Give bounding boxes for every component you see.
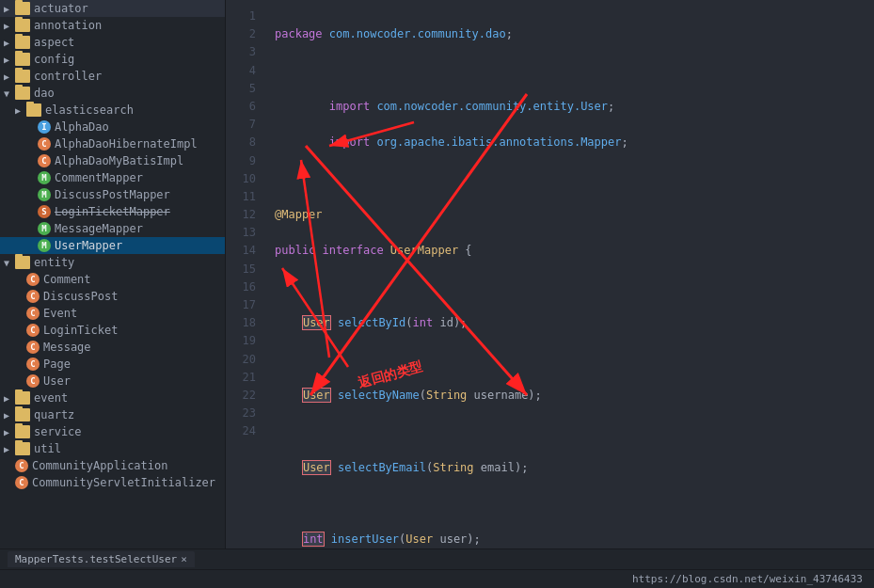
folder-icon xyxy=(15,391,30,405)
folder-icon xyxy=(15,425,30,438)
sidebar-label: CommunityApplication xyxy=(32,459,168,472)
folder-icon xyxy=(15,442,30,455)
sidebar-label: LoginTicketMapper xyxy=(55,205,170,218)
code-line-1: package com.nowcoder.community.dao; xyxy=(275,25,866,43)
tab-close-button[interactable]: × xyxy=(181,553,187,565)
sidebar-item-event-folder[interactable]: ▶ event xyxy=(0,389,225,406)
code-line-11: User selectByName(String username); xyxy=(275,387,866,405)
folder-icon xyxy=(15,2,30,15)
sidebar-item-page[interactable]: C Page xyxy=(0,356,225,373)
sidebar-label: config xyxy=(34,53,74,66)
sidebar-item-discusspost[interactable]: C DiscussPost xyxy=(0,288,225,305)
sidebar-label: dao xyxy=(34,87,55,100)
sidebar-item-communityservlet[interactable]: C CommunityServletInitializer xyxy=(0,474,225,491)
sidebar-label: actuator xyxy=(34,2,88,15)
mapper-icon: M xyxy=(38,171,51,184)
code-line-7: public interface UserMapper { xyxy=(275,242,866,260)
class-icon: C xyxy=(26,273,40,286)
folder-icon xyxy=(15,19,30,32)
code-line-8 xyxy=(275,278,866,296)
tab-label: MapperTests.testSelectUser xyxy=(15,553,177,565)
sidebar-label: Page xyxy=(43,358,71,371)
sidebar-item-entity[interactable]: ▼ entity xyxy=(0,254,225,271)
sidebar-item-annotation[interactable]: ▶ annotation xyxy=(0,17,225,34)
sidebar-item-usermapper[interactable]: M UserMapper xyxy=(0,237,225,254)
sidebar-item-event[interactable]: C Event xyxy=(0,305,225,322)
class-icon: C xyxy=(15,476,28,489)
folder-arrow: ▶ xyxy=(4,4,15,14)
code-line-14 xyxy=(275,495,866,513)
sidebar-item-user[interactable]: C User xyxy=(0,373,225,389)
class-icon: C xyxy=(26,307,40,320)
sidebar-label: LoginTicket xyxy=(43,324,118,337)
code-line-10 xyxy=(275,351,866,369)
sidebar-item-quartz[interactable]: ▶ quartz xyxy=(0,406,225,423)
folder-icon xyxy=(15,53,30,66)
code-line-3: import com.nowcoder.community.entity.Use… xyxy=(275,98,866,116)
folder-arrow: ▶ xyxy=(4,38,15,48)
sidebar-item-alphadao[interactable]: I AlphaDao xyxy=(0,119,225,135)
sidebar-label: quartz xyxy=(34,408,74,421)
editor-content: 1 2 3 4 5 6 7 8 9 10 11 12 13 14 15 16 1… xyxy=(226,0,874,548)
code-line-13: User selectByEmail(String email); xyxy=(275,459,866,477)
tab-item-mappertests[interactable]: MapperTests.testSelectUser × xyxy=(8,551,195,567)
sidebar-label: Event xyxy=(43,307,77,320)
sidebar-label: util xyxy=(34,442,61,455)
sidebar-item-alphadaomybatisimpl[interactable]: C AlphaDaoMyBatisImpl xyxy=(0,152,225,169)
folder-arrow: ▶ xyxy=(4,427,15,437)
sidebar-item-communityapp[interactable]: C CommunityApplication xyxy=(0,457,225,474)
sidebar-item-util[interactable]: ▶ util xyxy=(0,440,225,457)
mapper-icon: M xyxy=(38,239,51,252)
folder-icon xyxy=(15,408,30,421)
interface-icon: I xyxy=(38,120,51,134)
status-url: https://blog.csdn.net/weixin_43746433 xyxy=(632,573,863,585)
folder-arrow: ▶ xyxy=(4,444,15,454)
code-line-12 xyxy=(275,422,866,440)
sidebar-label: entity xyxy=(34,256,74,269)
sidebar-label: event xyxy=(34,391,68,405)
class-icon: C xyxy=(26,358,40,371)
sidebar-item-elasticsearch[interactable]: ▶ elasticsearch xyxy=(0,102,225,119)
sidebar-item-alphadaohibernateimpl[interactable]: C AlphaDaoHibernateImpl xyxy=(0,135,225,152)
folder-icon xyxy=(15,256,30,269)
sidebar-label: aspect xyxy=(34,36,74,49)
main-area: ▶ actuator ▶ annotation ▶ aspect ▶ confi… xyxy=(0,0,874,548)
sidebar-label: elasticsearch xyxy=(45,103,134,117)
sidebar-item-commentmapper[interactable]: M CommentMapper xyxy=(0,169,225,186)
editor-panel: 1 2 3 4 5 6 7 8 9 10 11 12 13 14 15 16 1… xyxy=(226,0,874,548)
sidebar-item-loginticket[interactable]: C LoginTicket xyxy=(0,322,225,339)
sidebar-item-service[interactable]: ▶ service xyxy=(0,423,225,440)
strikethrough-icon: S xyxy=(38,205,51,218)
sidebar-item-comment[interactable]: C Comment xyxy=(0,271,225,288)
sidebar-item-discusspostmapper[interactable]: M DiscussPostMapper xyxy=(0,186,225,203)
sidebar-item-messagemapper[interactable]: M MessageMapper xyxy=(0,220,225,237)
folder-icon xyxy=(15,36,30,49)
folder-arrow: ▶ xyxy=(4,393,15,404)
sidebar-item-dao[interactable]: ▼ dao xyxy=(0,85,225,102)
sidebar-item-aspect[interactable]: ▶ aspect xyxy=(0,34,225,51)
folder-icon xyxy=(15,70,30,83)
sidebar-item-actuator[interactable]: ▶ actuator xyxy=(0,0,225,17)
class-icon: C xyxy=(26,324,40,337)
folder-arrow: ▶ xyxy=(4,55,15,65)
folder-icon xyxy=(26,103,41,117)
mapper-icon: M xyxy=(38,188,51,201)
sidebar-label: CommunityServletInitializer xyxy=(32,476,215,489)
sidebar-item-controller[interactable]: ▶ controller xyxy=(0,68,225,85)
sidebar-item-message[interactable]: C Message xyxy=(0,339,225,356)
sidebar-label: AlphaDaoMyBatisImpl xyxy=(55,154,183,167)
folder-arrow: ▶ xyxy=(4,410,15,421)
sidebar-label: MessageMapper xyxy=(55,222,143,235)
sidebar-item-config[interactable]: ▶ config xyxy=(0,51,225,68)
bottom-tab-bar: MapperTests.testSelectUser × xyxy=(0,548,874,569)
code-area: package com.nowcoder.community.dao; impo… xyxy=(263,0,874,548)
folder-arrow: ▶ xyxy=(4,72,15,82)
sidebar-item-loginticketermapper[interactable]: S LoginTicketMapper xyxy=(0,203,225,220)
folder-arrow: ▶ xyxy=(4,21,15,31)
folder-arrow: ▼ xyxy=(4,258,15,268)
sidebar-label: AlphaDao xyxy=(55,120,109,134)
sidebar[interactable]: ▶ actuator ▶ annotation ▶ aspect ▶ confi… xyxy=(0,0,226,548)
class-icon: C xyxy=(26,374,40,388)
code-line-9: User selectById(int id); xyxy=(275,314,866,332)
status-bar: https://blog.csdn.net/weixin_43746433 xyxy=(0,569,874,588)
